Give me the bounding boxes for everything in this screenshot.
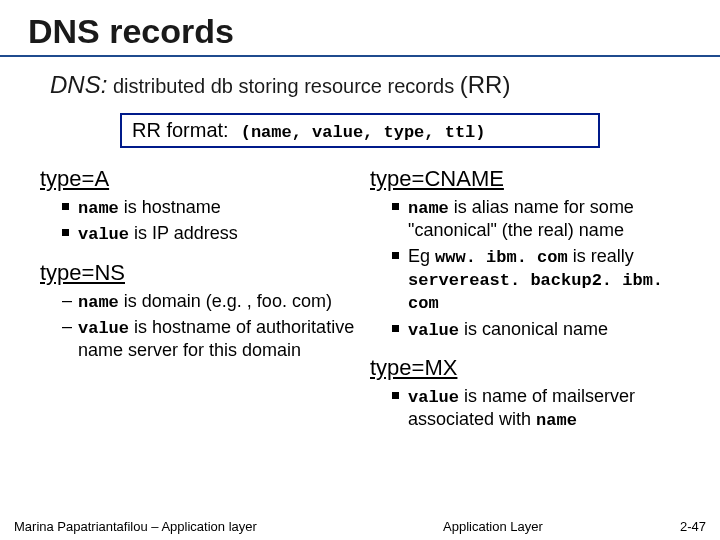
text: is IP address (129, 223, 238, 243)
type-ns-block: type=NS name is domain (e.g. , foo. com)… (40, 260, 360, 362)
mono: value (408, 388, 459, 407)
footer-right: 2-47 (680, 519, 706, 534)
footer-left: Marina Papatriantafilou – Application la… (14, 519, 257, 534)
footer: Marina Papatriantafilou – Application la… (14, 519, 706, 534)
right-column: type=CNAME name is alias name for some "… (370, 166, 690, 445)
type-cname-b1: name is alias name for some "canonical" … (392, 196, 690, 242)
subtitle-prefix: DNS: (50, 71, 107, 98)
subtitle-abbr: (RR) (460, 71, 511, 98)
type-a-b1: name is hostname (62, 196, 360, 219)
type-mx-head: type=MX (370, 355, 690, 381)
type-ns-list: name is domain (e.g. , foo. com) value i… (40, 290, 360, 362)
type-cname-b2: Eg www. ibm. com is really servereast. b… (392, 245, 690, 315)
mono: name (408, 199, 449, 218)
footer-mid: Application Layer (443, 519, 543, 534)
left-column: type=A name is hostname value is IP addr… (40, 166, 360, 445)
type-ns-b2: value is hostname of authoritative name … (62, 316, 360, 362)
mono: value (78, 319, 129, 338)
mono: www. ibm. com (435, 248, 568, 267)
type-a-block: type=A name is hostname value is IP addr… (40, 166, 360, 246)
text: Eg (408, 246, 435, 266)
type-mx-block: type=MX value is name of mailserver asso… (370, 355, 690, 432)
type-mx-list: value is name of mailserver associated w… (370, 385, 690, 432)
type-cname-head: type=CNAME (370, 166, 690, 192)
rr-format-label: RR format: (132, 119, 229, 142)
slide-title: DNS records (0, 0, 720, 55)
mono: value (78, 225, 129, 244)
type-cname-b3: value is canonical name (392, 318, 690, 341)
type-a-list: name is hostname value is IP address (40, 196, 360, 246)
text: is really (568, 246, 634, 266)
title-rule (0, 55, 720, 57)
mono: value (408, 321, 459, 340)
rr-format-box: RR format: (name, value, type, ttl) (120, 113, 600, 148)
mono: name (536, 411, 577, 430)
type-a-head: type=A (40, 166, 360, 192)
text: is hostname (119, 197, 221, 217)
text: is domain (e.g. , foo. com) (119, 291, 332, 311)
type-ns-b1: name is domain (e.g. , foo. com) (62, 290, 360, 313)
subtitle: DNS: distributed db storing resource rec… (50, 71, 680, 99)
mono: servereast. backup2. ibm. com (408, 271, 663, 313)
columns: type=A name is hostname value is IP addr… (0, 166, 720, 445)
type-ns-head: type=NS (40, 260, 360, 286)
subtitle-text: distributed db storing resource records (113, 75, 454, 97)
type-a-b2: value is IP address (62, 222, 360, 245)
mono: name (78, 293, 119, 312)
rr-format-tuple: (name, value, type, ttl) (241, 123, 486, 142)
text: is canonical name (459, 319, 608, 339)
type-mx-b1: value is name of mailserver associated w… (392, 385, 690, 432)
mono: name (78, 199, 119, 218)
type-cname-list: name is alias name for some "canonical" … (370, 196, 690, 341)
type-cname-block: type=CNAME name is alias name for some "… (370, 166, 690, 341)
